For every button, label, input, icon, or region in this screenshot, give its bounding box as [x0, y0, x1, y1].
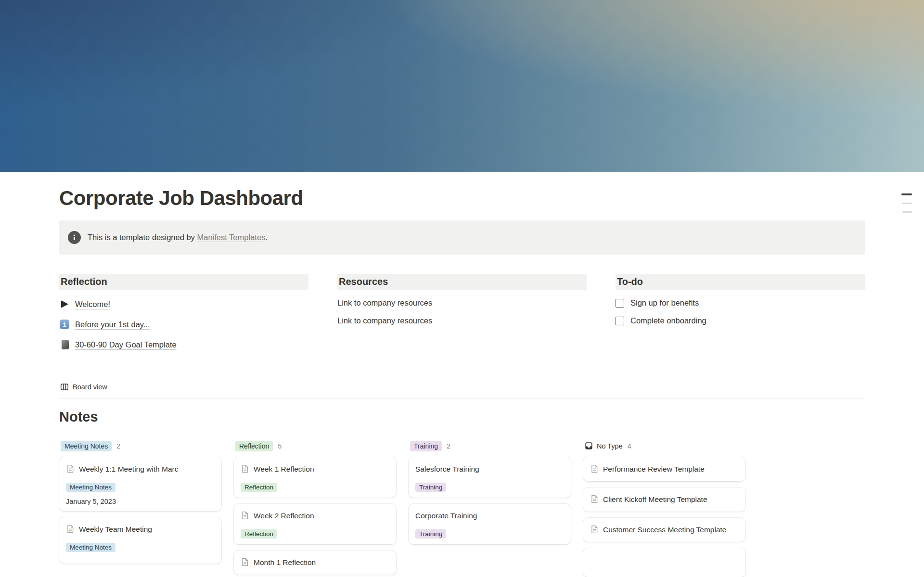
board-column-meeting-notes: Meeting Notes 2 Weekly 1:1 Meeting with … — [59, 439, 221, 564]
checkbox-unchecked[interactable] — [616, 299, 624, 308]
callout-text: This is a template designed by Manifest … — [88, 233, 268, 242]
page-icon — [590, 495, 599, 503]
page-icon — [590, 525, 599, 534]
card-tag: Training — [415, 529, 446, 539]
table-of-contents-indicator[interactable] — [901, 193, 912, 213]
todo-item-benefits[interactable]: Sign up for benefits — [616, 294, 865, 312]
page-link-welcome[interactable]: Welcome! — [59, 294, 308, 314]
board-view: Meeting Notes 2 Weekly 1:1 Meeting with … — [59, 439, 865, 577]
card-partial[interactable] — [583, 548, 745, 577]
card-title: Performance Review Template — [603, 463, 705, 475]
page-link-label: 30-60-90 Day Goal Template — [75, 340, 177, 349]
column-todo: To-do Sign up for benefits Complete onbo… — [616, 274, 865, 355]
page-icon — [241, 511, 249, 520]
page-content: Corporate Job Dashboard This is a templa… — [59, 187, 865, 577]
card-salesforce-training[interactable]: Salesforce Training Training — [409, 457, 571, 498]
page-link-before-first-day[interactable]: 1 Before your 1st day... — [59, 314, 308, 334]
info-icon — [68, 231, 81, 244]
callout-text-before: This is a template designed by — [88, 233, 197, 242]
view-tab-label: Board view — [73, 383, 107, 391]
group-count: 5 — [278, 442, 282, 450]
page-title: Corporate Job Dashboard — [59, 187, 865, 210]
manifest-templates-link[interactable]: Manifest Templates — [197, 233, 265, 242]
card-title: Week 2 Reflection — [254, 510, 314, 522]
card-week-2-reflection[interactable]: Week 2 Reflection Reflection — [234, 504, 396, 544]
page-icon — [66, 464, 75, 473]
resources-heading: Resources — [337, 274, 587, 290]
card-date: January 5, 2023 — [66, 498, 215, 505]
page-link-label: Before your 1st day... — [75, 320, 150, 329]
todo-item-onboarding[interactable]: Complete onboarding — [616, 312, 865, 330]
callout-text-after: . — [265, 233, 268, 242]
group-header-meeting-notes[interactable]: Meeting Notes — [61, 441, 112, 451]
one-keycap-icon: 1 — [59, 320, 70, 329]
card-month-1-reflection[interactable]: Month 1 Reflection — [234, 551, 396, 575]
board-view-icon — [60, 383, 69, 391]
column-reflection: Reflection Welcome! 1 Before your 1st da… — [59, 274, 308, 355]
card-weekly-11-meeting[interactable]: Weekly 1:1 Meeting with Marc Meeting Not… — [59, 457, 221, 511]
card-title: Week 1 Reflection — [254, 463, 314, 475]
card-title: Weekly 1:1 Meeting with Marc — [79, 463, 178, 475]
group-count: 2 — [116, 442, 120, 450]
card-corporate-training[interactable]: Corporate Training Training — [409, 504, 571, 544]
card-tag: Meeting Notes — [66, 543, 116, 552]
database-view-tabs: Board view — [59, 382, 865, 398]
card-tag: Training — [415, 483, 446, 492]
toc-line-icon[interactable] — [902, 211, 912, 213]
card-title: Customer Success Meeting Template — [603, 524, 726, 536]
board-column-reflection: Reflection 5 Week 1 Reflection Reflectio… — [234, 439, 396, 575]
column-resources: Resources Link to company resources Link… — [337, 274, 587, 355]
card-title: Month 1 Reflection — [254, 556, 316, 569]
card-title: Client Kickoff Meeting Template — [603, 493, 707, 506]
card-tag: Reflection — [241, 483, 277, 492]
page-icon — [241, 558, 249, 566]
card-client-kickoff-meeting-template[interactable]: Client Kickoff Meeting Template — [583, 487, 745, 512]
group-count: 4 — [628, 442, 631, 450]
resource-link-text: Link to company resources — [337, 298, 432, 308]
card-weekly-team-meeting[interactable]: Weekly Team Meeting Meeting Notes — [59, 517, 221, 564]
card-title: Corporate Training — [415, 510, 477, 522]
inbox-icon — [585, 442, 593, 450]
page-icon — [241, 464, 249, 473]
board-column-training: Training 2 Salesforce Training Training … — [409, 439, 571, 544]
toc-line-icon[interactable] — [901, 193, 912, 195]
play-icon — [59, 300, 70, 308]
card-title: Weekly Team Meeting — [79, 523, 152, 536]
resource-link-text: Link to company resources — [337, 316, 432, 325]
template-callout: This is a template designed by Manifest … — [59, 220, 865, 255]
todo-label: Sign up for benefits — [630, 298, 699, 308]
page-icon — [590, 464, 599, 473]
page-link-30-60-90[interactable]: 30-60-90 Day Goal Template — [59, 334, 308, 355]
reflection-heading: Reflection — [59, 274, 308, 290]
card-tag: Meeting Notes — [66, 483, 116, 492]
checkbox-unchecked[interactable] — [616, 317, 624, 325]
card-week-1-reflection[interactable]: Week 1 Reflection Reflection — [234, 457, 396, 498]
page-icon — [66, 525, 75, 533]
group-header-no-type[interactable]: No Type — [585, 442, 623, 450]
page-link-label: Welcome! — [75, 300, 110, 309]
card-performance-review-template[interactable]: Performance Review Template — [583, 457, 745, 481]
database-title: Notes — [59, 409, 865, 425]
card-title: Salesforce Training — [415, 463, 479, 475]
notebook-icon — [59, 340, 70, 349]
board-column-no-type: No Type 4 Performance Review Template Cl… — [583, 439, 745, 577]
group-header-training[interactable]: Training — [410, 441, 442, 451]
tab-board-view[interactable]: Board view — [59, 382, 108, 392]
card-customer-success-meeting-template[interactable]: Customer Success Meeting Template — [583, 518, 745, 542]
toc-line-icon[interactable] — [902, 203, 912, 204]
page-cover-image — [0, 0, 924, 172]
three-column-section: Reflection Welcome! 1 Before your 1st da… — [59, 274, 865, 355]
group-header-reflection[interactable]: Reflection — [235, 441, 273, 451]
group-label: No Type — [597, 442, 623, 450]
todo-label: Complete onboarding — [630, 316, 706, 325]
group-count: 2 — [447, 442, 450, 450]
todo-heading: To-do — [616, 274, 865, 290]
card-tag: Reflection — [241, 529, 277, 539]
